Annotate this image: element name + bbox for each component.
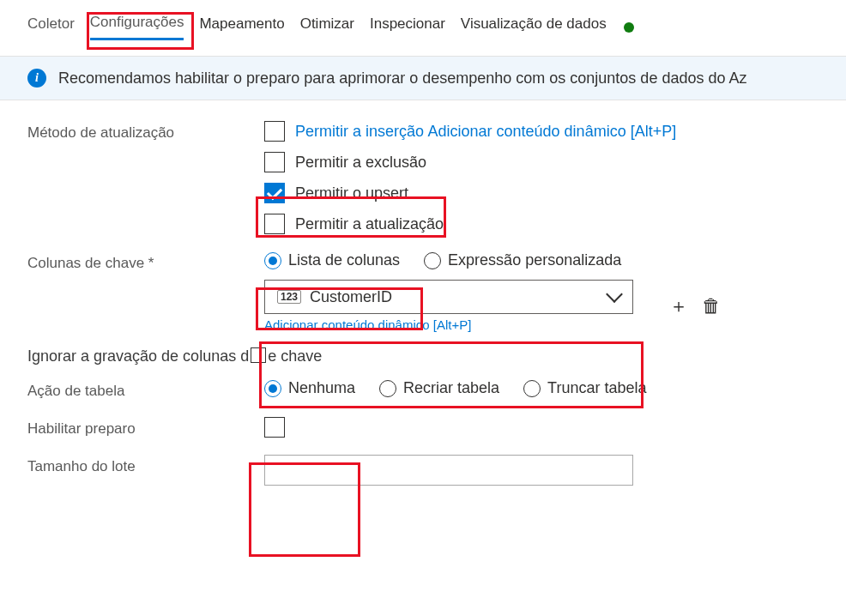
info-banner-text: Recomendamos habilitar o preparo para ap… [58, 69, 746, 88]
radio-icon [523, 380, 541, 397]
radio-label: Expressão personalizada [448, 251, 621, 269]
checkbox-label: Permitir a exclusão [295, 154, 426, 172]
row-table-action: Ação de tabela Nenhuma Recriar tabela Tr… [27, 371, 819, 408]
key-column-select[interactable]: 123 CustomerID [264, 280, 633, 314]
tab-inspecionar[interactable]: Inspecionar [370, 15, 445, 39]
row-key-columns: Colunas de chave * Lista de colunas Expr… [27, 243, 819, 341]
checkbox-allow-update[interactable]: Permitir a atualização [264, 214, 819, 234]
checkbox-icon [264, 152, 285, 172]
add-icon[interactable]: ＋ [668, 293, 690, 319]
form-area: Método de atualização Permitir a inserçã… [0, 100, 846, 510]
row-skip-key-write: Ignorar a gravação de colunas de chave [27, 341, 819, 371]
radio-icon [379, 380, 396, 397]
radio-label: Recriar tabela [403, 379, 499, 397]
radio-label: Truncar tabela [547, 379, 646, 397]
checkbox-allow-upsert[interactable]: Permitir o upsert [264, 183, 819, 203]
checkbox-allow-delete[interactable]: Permitir a exclusão [264, 152, 819, 172]
radio-table-none[interactable]: Nenhuma [264, 379, 355, 397]
checkbox-icon [264, 214, 285, 234]
tab-otimizar[interactable]: Otimizar [300, 15, 354, 39]
label-enable-staging: Habilitar preparo [27, 417, 264, 438]
checkbox-icon [264, 121, 285, 142]
checkbox-label: Permitir a inserção [295, 123, 424, 140]
checkbox-label: Permitir o upsert [295, 184, 408, 202]
type-badge: 123 [277, 290, 301, 304]
radio-icon [424, 252, 441, 269]
label-batch-size: Tamanho do lote [27, 455, 264, 475]
row-update-method: Método de atualização Permitir a inserçã… [27, 112, 819, 243]
radio-icon [264, 380, 281, 397]
radio-list-columns[interactable]: Lista de colunas [264, 251, 400, 269]
tabs-row: Coletor Configurações Mapeamento Otimiza… [0, 0, 846, 40]
info-banner: i Recomendamos habilitar o preparo para … [0, 56, 846, 100]
radio-label: Nenhuma [288, 379, 355, 397]
checkbox-allow-insert[interactable]: Permitir a inserção Adicionar conteúdo d… [264, 121, 819, 142]
checkbox-icon [264, 417, 285, 438]
row-enable-staging: Habilitar preparo [27, 408, 819, 446]
row-batch-size: Tamanho do lote [27, 446, 819, 494]
checkbox-icon [264, 183, 285, 203]
delete-icon[interactable]: 🗑 [700, 295, 722, 317]
select-value: CustomerID [310, 288, 392, 306]
tab-coletor[interactable]: Coletor [27, 15, 75, 39]
add-dynamic-content-link[interactable]: Adicionar conteúdo dinâmico [Alt+P] [264, 317, 633, 332]
tab-configuracoes[interactable]: Configurações [90, 14, 184, 40]
checkbox-enable-staging[interactable] [264, 417, 819, 438]
radio-custom-expression[interactable]: Expressão personalizada [424, 251, 621, 269]
radio-icon [264, 252, 281, 269]
label-update-method: Método de atualização [27, 121, 264, 142]
label-table-action: Ação de tabela [27, 379, 264, 400]
label-key-columns: Colunas de chave * [27, 251, 264, 272]
tab-visualizacao[interactable]: Visualização de dados [461, 15, 607, 39]
checkbox-skip-key-write[interactable] [251, 347, 266, 363]
radio-table-truncate[interactable]: Truncar tabela [523, 379, 646, 397]
radio-table-recreate[interactable]: Recriar tabela [379, 379, 499, 397]
tab-mapeamento[interactable]: Mapeamento [199, 15, 284, 39]
label-skip-key-write: Ignorar a gravação de colunas de chave [27, 347, 322, 365]
status-indicator-icon [624, 22, 634, 33]
checkbox-label: Permitir a atualização [295, 215, 444, 233]
batch-size-input[interactable] [264, 455, 633, 486]
chevron-down-icon [606, 286, 623, 303]
info-icon: i [27, 69, 46, 88]
dynamic-content-link[interactable]: Adicionar conteúdo dinâmico [Alt+P] [428, 123, 677, 140]
radio-label: Lista de colunas [288, 251, 400, 269]
